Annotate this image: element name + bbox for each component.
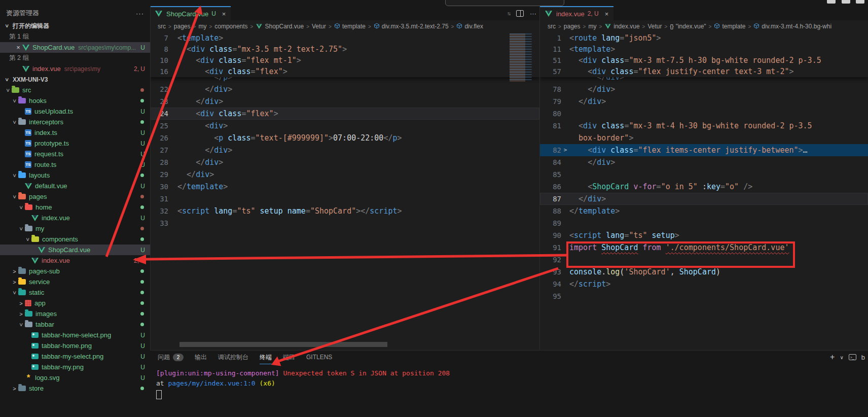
code-line[interactable]: 88</template>	[540, 205, 868, 217]
breadcrumb-item[interactable]: index.vue	[604, 23, 639, 30]
chevron-right-icon[interactable]: >	[11, 279, 18, 285]
breadcrumb-item[interactable]: div.mx-3.mt-4.h-30.bg-whi	[753, 23, 831, 30]
open-editors-section[interactable]: > 打开的编辑器	[0, 20, 150, 31]
breadcrumb-item[interactable]: div.mx-3.5.mt-2.text-2.75	[374, 23, 449, 30]
maximize-button[interactable]	[842, 0, 850, 4]
code-line[interactable]: 10 <div class="flex mt-1">	[150, 55, 539, 66]
chevron-right-icon[interactable]: >	[11, 268, 18, 274]
code-line[interactable]: 87 </div>	[540, 193, 868, 205]
code-line[interactable]: 81 <div class="mx-3 mt-4 h-30 bg-white r…	[540, 120, 868, 132]
tree-item-tabbar-home-select-png[interactable]: tabbar-home-select.pngU	[0, 330, 150, 340]
code-line[interactable]: 85	[540, 168, 868, 181]
chevron-right-icon[interactable]: >	[11, 386, 18, 392]
code-line[interactable]: 94</script>	[540, 278, 868, 290]
breadcrumb-item[interactable]: ShopCard.vue	[256, 23, 304, 30]
panel-tab-调试控制台[interactable]: 调试控制台	[218, 351, 248, 364]
breadcrumb-item[interactable]: Vetur	[647, 23, 662, 30]
panel-tab-端口[interactable]: 端口	[283, 351, 295, 364]
explorer-more-icon[interactable]: ···	[136, 10, 144, 17]
code-line[interactable]: 7<template>	[150, 32, 539, 44]
tree-item-prototype-ts[interactable]: TSprototype.tsU	[0, 138, 150, 149]
breadcrumb-item[interactable]: pages	[564, 23, 581, 30]
tree-item-hooks[interactable]: >hooks	[0, 95, 150, 106]
code-line[interactable]: 29 </div>	[150, 168, 539, 181]
chevron-down-icon[interactable]: >	[18, 203, 24, 211]
open-editor-item[interactable]: index.vuesrc\pages\my2, U	[0, 63, 150, 74]
close-icon[interactable]: ×	[605, 10, 609, 18]
breadcrumb-item[interactable]: pages	[174, 23, 191, 30]
chevron-right-icon[interactable]: >	[17, 311, 25, 317]
breadcrumb-item[interactable]: components	[214, 23, 247, 30]
tree-item-tabbar-my-png[interactable]: tabbar-my.pngU	[0, 362, 150, 372]
minimap[interactable]	[510, 33, 538, 82]
tree-item-useupload-ts[interactable]: TSuseUpload.tsU	[0, 106, 150, 117]
tree-item-images[interactable]: >images	[0, 308, 150, 319]
terminal-output[interactable]: [plugin:uni:mp-using-component] Unexpect…	[150, 364, 868, 399]
chevron-down-icon[interactable]: >	[18, 225, 24, 232]
panel-tab-终端[interactable]: 终端	[260, 351, 272, 364]
open-editor-item[interactable]: ×ShopCard.vuesrc\pages\my\comp...U	[0, 42, 150, 53]
tree-item-interceptors[interactable]: >interceptors	[0, 117, 150, 127]
code-line[interactable]: 51 <div class="mx-3 mt-7.5 h-30 bg-white…	[540, 55, 868, 66]
tree-item-request-ts[interactable]: TSrequest.tsU	[0, 149, 150, 159]
code-editor[interactable]: 1<route lang="json5">11<template>51 <div…	[540, 32, 868, 350]
chevron-right-icon[interactable]: >	[17, 300, 25, 306]
chevron-down-icon[interactable]: >	[12, 171, 18, 179]
breadcrumb-item[interactable]: div.flex	[456, 23, 483, 30]
tree-item-index-ts[interactable]: TSindex.tsU	[0, 127, 150, 138]
close-icon[interactable]: ×	[14, 44, 22, 51]
tree-item-default-vue[interactable]: default.vueU	[0, 181, 150, 191]
code-line[interactable]: 86 <ShopCard v-for="o in 5" :key="o" />	[540, 181, 868, 193]
code-line[interactable]: 28 </div>	[150, 156, 539, 168]
breadcrumb-item[interactable]: {}"index.vue"	[670, 23, 706, 30]
code-line[interactable]: 79 </div>	[540, 95, 868, 108]
tree-item-pages[interactable]: >pages	[0, 191, 150, 202]
code-line[interactable]: box-border">	[540, 132, 868, 144]
new-terminal-icon[interactable]: +	[830, 353, 835, 361]
tree-item-app[interactable]: >app	[0, 298, 150, 308]
chevron-down-icon[interactable]: >	[12, 97, 18, 105]
code-line[interactable]: 80	[540, 108, 868, 120]
chevron-down-icon[interactable]: >	[12, 118, 18, 126]
tree-item-static[interactable]: >static	[0, 287, 150, 298]
close-icon[interactable]: ×	[222, 10, 226, 18]
breadcrumb-item[interactable]: Vetur	[312, 23, 326, 30]
code-line[interactable]: 26 <p class="text-[#999999]">07:00-22:00…	[150, 132, 539, 144]
code-line[interactable]: 95	[540, 290, 868, 302]
code-line[interactable]: 91import ShopCard from './components/Sho…	[540, 241, 868, 254]
chevron-down-icon[interactable]: >	[12, 193, 18, 200]
breadcrumb-item[interactable]: template	[334, 23, 366, 30]
code-line[interactable]: 27 </div>	[150, 144, 539, 156]
close-window-button[interactable]	[856, 0, 864, 4]
panel-tab-输出[interactable]: 输出	[195, 351, 207, 364]
breadcrumb-item[interactable]: my	[198, 23, 206, 30]
tree-item-src[interactable]: >src	[0, 85, 150, 95]
code-line[interactable]: 78 </div>	[540, 83, 868, 95]
chevron-down-icon[interactable]: ∨	[840, 355, 843, 360]
code-line[interactable]: 11<template>	[540, 44, 868, 55]
code-line[interactable]: 82> <div class="flex items-center justif…	[540, 144, 868, 156]
code-line[interactable]: 8 <div class="mx-3.5 mt-2 text-2.75">	[150, 44, 539, 55]
tree-item-route-ts[interactable]: TSroute.tsU	[0, 159, 150, 170]
code-line[interactable]: 90<script lang="ts" setup>	[540, 229, 868, 241]
tree-item-components[interactable]: >components	[0, 234, 150, 245]
quick-input-box[interactable]	[445, 0, 564, 6]
tab-index-vue[interactable]: index.vue 2, U ×	[540, 6, 613, 20]
code-line[interactable]: 31	[150, 193, 539, 205]
breadcrumb-item[interactable]: template	[714, 23, 745, 30]
tree-item-service[interactable]: >service	[0, 276, 150, 287]
tree-item-shopcard-vue[interactable]: ShopCard.vueU	[0, 245, 150, 255]
chevron-down-icon[interactable]: >	[25, 235, 31, 243]
tree-item-tabbar-my-select-png[interactable]: tabbar-my-select.pngU	[0, 351, 150, 362]
tab-shopcard-vue[interactable]: ShopCard.vue U ×	[150, 6, 231, 20]
terminal-list-item[interactable]: b	[861, 354, 865, 361]
more-actions-icon[interactable]: ···	[530, 10, 536, 17]
chevron-down-icon[interactable]: >	[5, 86, 11, 94]
tree-item-index-vue[interactable]: index.vueU	[0, 213, 150, 223]
code-line[interactable]: 22 </div>	[150, 83, 539, 95]
chevron-down-icon[interactable]: >	[12, 289, 18, 296]
split-editor-icon[interactable]	[516, 10, 524, 17]
code-line[interactable]: </p>	[150, 77, 539, 83]
code-line[interactable]: 89	[540, 217, 868, 229]
tree-item-pages-sub[interactable]: >pages-sub	[0, 266, 150, 276]
